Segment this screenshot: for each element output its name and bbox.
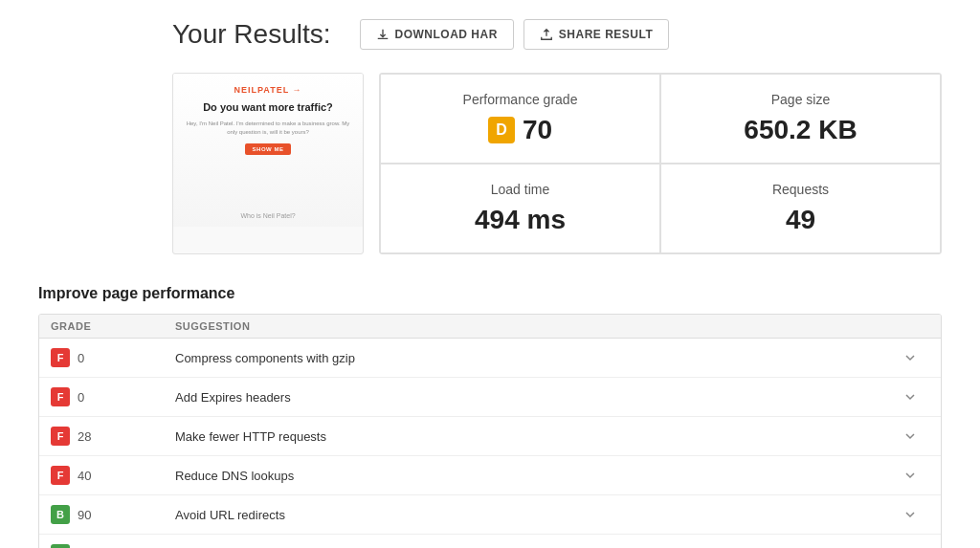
table-row[interactable]: F 0 Add Expires headers <box>39 378 941 417</box>
metrics-grid: Performance grade D 70 Page size 650.2 K… <box>379 73 942 254</box>
grade-badge: F <box>51 348 70 367</box>
performance-value: D 70 <box>488 115 552 145</box>
metric-card-performance: Performance grade D 70 <box>380 74 660 164</box>
expand-chevron-cell[interactable] <box>891 350 929 365</box>
chevron-down-icon <box>902 507 918 522</box>
grade-badge: F <box>51 427 70 446</box>
results-grid: NEILPATEL → Do you want more traffic? He… <box>38 73 942 254</box>
loadtime-label: Load time <box>491 182 549 197</box>
grade-cell: B 90 <box>51 544 175 548</box>
download-icon <box>376 28 390 41</box>
improve-section: Improve page performance GRADE SUGGESTIO… <box>38 285 942 548</box>
screenshot-footer: Who is Neil Patel? <box>240 205 295 219</box>
chevron-down-icon <box>902 350 918 365</box>
metric-card-loadtime: Load time 494 ms <box>380 164 660 253</box>
expand-chevron-cell[interactable] <box>891 468 929 483</box>
score-num: 28 <box>78 429 91 444</box>
suggestion-text: Avoid URL redirects <box>175 508 891 522</box>
toolbar-buttons: DOWNLOAD HAR SHARE RESULT <box>360 19 670 50</box>
loadtime-value: 494 ms <box>475 205 566 235</box>
grade-cell: B 90 <box>51 505 175 524</box>
share-result-button[interactable]: SHARE RESULT <box>523 19 669 50</box>
table-row[interactable]: B 90 Use cookie-free domains <box>39 535 941 548</box>
suggestions-rows: F 0 Compress components with gzip F 0 Ad… <box>39 339 941 548</box>
chevron-down-icon <box>902 468 918 483</box>
grade-cell: F 0 <box>51 387 175 406</box>
grade-badge: B <box>51 505 70 524</box>
expand-chevron-cell[interactable] <box>891 428 929 444</box>
grade-cell: F 40 <box>51 466 175 485</box>
screenshot-headline: Do you want more traffic? <box>203 100 333 114</box>
pagesize-label: Page size <box>771 92 830 107</box>
table-row[interactable]: F 40 Reduce DNS lookups <box>39 456 941 495</box>
chevron-down-icon <box>902 428 918 444</box>
suggestion-text: Make fewer HTTP requests <box>175 429 891 444</box>
score-num: 90 <box>78 508 91 522</box>
suggestion-text: Compress components with gzip <box>175 351 891 365</box>
chevron-down-icon <box>902 389 918 405</box>
screenshot-card: NEILPATEL → Do you want more traffic? He… <box>172 73 364 254</box>
table-row[interactable]: F 0 Compress components with gzip <box>39 339 941 378</box>
page-title: Your Results: <box>172 19 331 50</box>
score-num: 0 <box>78 390 84 405</box>
suggestion-text: Reduce DNS lookups <box>175 469 891 483</box>
header-row: Your Results: DOWNLOAD HAR SHARE RESULT <box>38 19 942 50</box>
table-header: GRADE SUGGESTION <box>39 315 941 339</box>
improve-title: Improve page performance <box>38 285 942 302</box>
screenshot-brand: NEILPATEL → <box>234 85 301 95</box>
table-row[interactable]: B 90 Avoid URL redirects <box>39 495 941 535</box>
grade-cell: F 0 <box>51 348 175 367</box>
grade-badge: B <box>51 544 70 548</box>
suggestion-text: Add Expires headers <box>175 390 891 405</box>
screenshot-body: Hey, I'm Neil Patel. I'm determined to m… <box>181 120 355 136</box>
metric-card-pagesize: Page size 650.2 KB <box>660 74 941 164</box>
header-expand <box>891 320 929 332</box>
performance-score: 70 <box>523 115 552 145</box>
performance-label: Performance grade <box>463 92 578 107</box>
share-icon <box>540 28 553 41</box>
requests-value: 49 <box>786 205 815 235</box>
pagesize-value: 650.2 KB <box>744 115 857 145</box>
expand-chevron-cell[interactable] <box>891 389 929 405</box>
download-har-button[interactable]: DOWNLOAD HAR <box>360 19 514 50</box>
suggestions-table: GRADE SUGGESTION F 0 Compress components… <box>38 314 942 548</box>
performance-grade-badge: D <box>488 117 515 143</box>
score-num: 0 <box>78 351 84 365</box>
metric-card-requests: Requests 49 <box>660 164 941 253</box>
header-suggestion: SUGGESTION <box>175 320 891 332</box>
requests-label: Requests <box>772 182 829 197</box>
grade-cell: F 28 <box>51 427 175 446</box>
screenshot-cta: SHOW ME <box>245 143 292 155</box>
score-num: 40 <box>78 469 91 483</box>
grade-badge: F <box>51 466 70 485</box>
table-row[interactable]: F 28 Make fewer HTTP requests <box>39 417 941 456</box>
expand-chevron-cell[interactable] <box>891 507 929 522</box>
header-grade: GRADE <box>51 320 175 332</box>
grade-badge: F <box>51 387 70 406</box>
screenshot-inner: NEILPATEL → Do you want more traffic? He… <box>173 74 363 227</box>
